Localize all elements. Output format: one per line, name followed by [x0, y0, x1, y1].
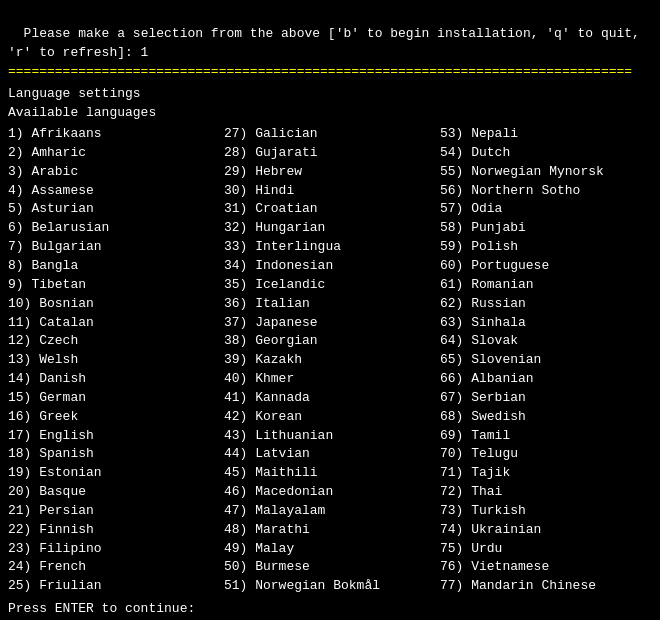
- lang-item: 3) Arabic: [8, 163, 220, 182]
- lang-item: 45) Maithili: [224, 464, 436, 483]
- lang-item: 35) Icelandic: [224, 276, 436, 295]
- lang-item: 67) Serbian: [440, 389, 652, 408]
- lang-item: 54) Dutch: [440, 144, 652, 163]
- lang-item: 53) Nepali: [440, 125, 652, 144]
- lang-item: 32) Hungarian: [224, 219, 436, 238]
- lang-item: 70) Telugu: [440, 445, 652, 464]
- lang-item: 39) Kazakh: [224, 351, 436, 370]
- lang-item: 48) Marathi: [224, 521, 436, 540]
- lang-item: 69) Tamil: [440, 427, 652, 446]
- lang-item: 1) Afrikaans: [8, 125, 220, 144]
- lang-item: 72) Thai: [440, 483, 652, 502]
- top-prompt-text: Please make a selection from the above […: [8, 26, 640, 60]
- press-enter: Press ENTER to continue:: [8, 600, 652, 619]
- lang-item: 63) Sinhala: [440, 314, 652, 333]
- top-prompt: Please make a selection from the above […: [8, 6, 652, 63]
- lang-item: 8) Bangla: [8, 257, 220, 276]
- lang-item: 74) Ukrainian: [440, 521, 652, 540]
- lang-item: 47) Malayalam: [224, 502, 436, 521]
- lang-item: 6) Belarusian: [8, 219, 220, 238]
- lang-item: 50) Burmese: [224, 558, 436, 577]
- lang-item: 62) Russian: [440, 295, 652, 314]
- section-title: Language settings: [8, 85, 652, 104]
- lang-item: 21) Persian: [8, 502, 220, 521]
- lang-item: 25) Friulian: [8, 577, 220, 596]
- lang-item: 66) Albanian: [440, 370, 652, 389]
- lang-item: 34) Indonesian: [224, 257, 436, 276]
- lang-item: 19) Estonian: [8, 464, 220, 483]
- lang-item: 31) Croatian: [224, 200, 436, 219]
- lang-item: 68) Swedish: [440, 408, 652, 427]
- lang-item: 20) Basque: [8, 483, 220, 502]
- lang-item: 10) Bosnian: [8, 295, 220, 314]
- lang-item: 77) Mandarin Chinese: [440, 577, 652, 596]
- lang-item: 51) Norwegian Bokmål: [224, 577, 436, 596]
- lang-item: 65) Slovenian: [440, 351, 652, 370]
- lang-item: 76) Vietnamese: [440, 558, 652, 577]
- lang-item: 40) Khmer: [224, 370, 436, 389]
- lang-item: 4) Assamese: [8, 182, 220, 201]
- lang-item: 36) Italian: [224, 295, 436, 314]
- lang-item: 27) Galician: [224, 125, 436, 144]
- lang-item: 18) Spanish: [8, 445, 220, 464]
- lang-item: 57) Odia: [440, 200, 652, 219]
- lang-item: 22) Finnish: [8, 521, 220, 540]
- lang-item: 42) Korean: [224, 408, 436, 427]
- lang-item: 23) Filipino: [8, 540, 220, 559]
- lang-item: 73) Turkish: [440, 502, 652, 521]
- lang-item: 37) Japanese: [224, 314, 436, 333]
- lang-item: 59) Polish: [440, 238, 652, 257]
- lang-item: 12) Czech: [8, 332, 220, 351]
- lang-item: 9) Tibetan: [8, 276, 220, 295]
- lang-item: 14) Danish: [8, 370, 220, 389]
- lang-item: 11) Catalan: [8, 314, 220, 333]
- lang-item: 24) French: [8, 558, 220, 577]
- lang-item: 38) Georgian: [224, 332, 436, 351]
- lang-item: 44) Latvian: [224, 445, 436, 464]
- lang-item: 5) Asturian: [8, 200, 220, 219]
- lang-item: 13) Welsh: [8, 351, 220, 370]
- avail-title: Available languages: [8, 104, 652, 123]
- lang-item: 46) Macedonian: [224, 483, 436, 502]
- lang-item: 61) Romanian: [440, 276, 652, 295]
- language-grid: 1) Afrikaans27) Galician53) Nepali2) Amh…: [8, 125, 652, 596]
- lang-item: 30) Hindi: [224, 182, 436, 201]
- lang-item: 58) Punjabi: [440, 219, 652, 238]
- lang-item: 43) Lithuanian: [224, 427, 436, 446]
- lang-item: 29) Hebrew: [224, 163, 436, 182]
- lang-item: 41) Kannada: [224, 389, 436, 408]
- lang-item: 49) Malay: [224, 540, 436, 559]
- lang-item: 2) Amharic: [8, 144, 220, 163]
- lang-item: 28) Gujarati: [224, 144, 436, 163]
- lang-item: 33) Interlingua: [224, 238, 436, 257]
- separator-top: ========================================…: [8, 63, 652, 82]
- lang-item: 60) Portuguese: [440, 257, 652, 276]
- lang-item: 55) Norwegian Mynorsk: [440, 163, 652, 182]
- lang-item: 17) English: [8, 427, 220, 446]
- lang-item: 7) Bulgarian: [8, 238, 220, 257]
- lang-item: 75) Urdu: [440, 540, 652, 559]
- lang-item: 15) German: [8, 389, 220, 408]
- lang-item: 56) Northern Sotho: [440, 182, 652, 201]
- lang-item: 16) Greek: [8, 408, 220, 427]
- lang-item: 64) Slovak: [440, 332, 652, 351]
- lang-item: 71) Tajik: [440, 464, 652, 483]
